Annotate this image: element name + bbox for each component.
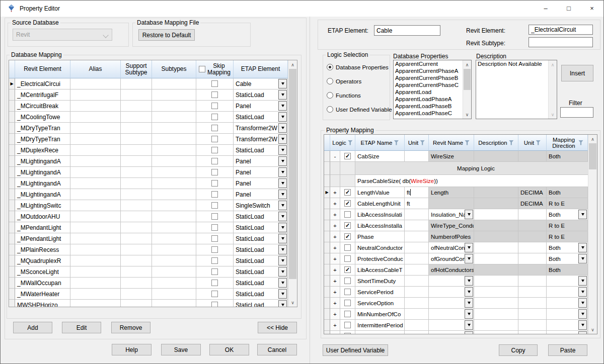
etap-name-cell[interactable] [355, 331, 405, 334]
remove-button[interactable]: Remove [111, 322, 150, 333]
table-row[interactable]: _MCentrifugalFStaticLoad [9, 89, 297, 101]
filter-funnel-icon[interactable] [578, 140, 583, 145]
skip-mapping-checkbox[interactable] [211, 302, 218, 307]
filter-funnel-icon[interactable] [348, 140, 353, 145]
table-row[interactable]: +✓LibAccessCableTofHotConductorsBoth [324, 264, 597, 276]
logic-checkbox[interactable] [344, 211, 351, 218]
table-row[interactable]: _MWallOccupanStaticLoad [9, 278, 297, 289]
column-header-revit-element[interactable]: Revit Element [15, 60, 70, 78]
filter-funnel-icon[interactable] [509, 140, 514, 145]
unit-cell[interactable] [405, 264, 429, 276]
table-row[interactable]: -✓CabSizeWireSizeBoth [324, 151, 597, 162]
logic-checkbox[interactable]: ✓ [344, 222, 351, 229]
revit-name-cell[interactable] [429, 331, 474, 334]
dropdown-button[interactable] [465, 210, 473, 219]
row-expander-cell[interactable]: + [330, 287, 340, 298]
dropdown-button[interactable] [578, 276, 587, 286]
logic-checkbox[interactable] [344, 289, 351, 295]
unit2-cell[interactable] [518, 309, 547, 320]
table-row[interactable]: +IntermittentPeriod [324, 320, 597, 331]
unit2-cell[interactable] [518, 242, 547, 253]
hide-button[interactable]: << Hide [258, 322, 297, 333]
skip-mapping-checkbox[interactable] [211, 235, 218, 242]
revit-name-cell[interactable] [429, 298, 474, 309]
row-expander-cell[interactable]: + [330, 253, 340, 264]
radio-icon[interactable] [327, 92, 333, 99]
etap-name-cell[interactable]: MinNumberOfCo [355, 309, 405, 320]
skip-mapping-checkbox[interactable] [211, 80, 218, 87]
description-scrollbar[interactable]: ∧ ∨ [548, 60, 557, 119]
row-expander-cell[interactable]: + [330, 198, 340, 209]
table-row[interactable]: +ProtectiveConducofGroundConBoth [324, 253, 597, 264]
add-button[interactable]: Add [13, 322, 52, 333]
skip-mapping-checkbox[interactable] [211, 257, 218, 264]
revit-name-cell[interactable]: Insulation_Na [429, 209, 474, 220]
row-expander-cell[interactable]: + [330, 231, 340, 242]
dropdown-button[interactable] [465, 331, 473, 334]
dropdown-button[interactable] [578, 320, 587, 330]
dropdown-button[interactable] [278, 178, 287, 188]
revit-subtype-field[interactable] [528, 37, 593, 47]
dbprops-scrollbar[interactable]: ∧ ∨ [463, 60, 471, 119]
dropdown-button[interactable] [465, 320, 473, 330]
scroll-down-icon[interactable]: ∨ [288, 298, 297, 307]
skip-mapping-checkbox[interactable] [211, 103, 218, 109]
dropdown-button[interactable] [278, 134, 287, 144]
filter-funnel-icon[interactable] [394, 140, 399, 145]
unit2-cell[interactable] [518, 209, 547, 220]
table-row[interactable]: +MinNumberOfCo [324, 309, 597, 320]
etap-name-cell[interactable]: CabSize [355, 151, 405, 162]
table-row[interactable]: _MPendantLightStaticLoad [9, 233, 297, 244]
row-expander-cell[interactable]: + [330, 298, 340, 309]
unit2-cell[interactable] [518, 320, 547, 331]
column-header-subtypes[interactable]: Subtypes [152, 60, 196, 78]
dropdown-button[interactable] [465, 276, 473, 286]
row-expander-cell[interactable]: + [330, 309, 340, 320]
column-header-support-subtype[interactable]: Support Subtype [121, 60, 152, 78]
table-row[interactable]: _MDuplexReceStaticLoad [9, 145, 297, 156]
row-expander-cell[interactable]: + [330, 187, 340, 198]
table-row[interactable]: + [324, 331, 597, 334]
dropdown-button[interactable] [278, 112, 287, 122]
logic-checkbox[interactable]: ✓ [344, 189, 351, 196]
unit-cell[interactable] [405, 253, 429, 264]
table-row[interactable]: _MPlainRecessStaticLoad [9, 244, 297, 255]
logic-checkbox[interactable]: ✓ [344, 200, 351, 207]
filter-funnel-icon[interactable] [465, 140, 470, 145]
restore-default-button[interactable]: Restore to Default [138, 29, 195, 41]
skip-mapping-checkbox[interactable] [211, 92, 218, 98]
dropdown-button[interactable] [278, 289, 287, 299]
insert-button[interactable]: Insert [561, 65, 593, 81]
unit-cell[interactable] [405, 331, 429, 334]
logic-checkbox[interactable] [344, 244, 351, 251]
dropdown-button[interactable] [278, 145, 287, 155]
row-expander-cell[interactable]: + [330, 276, 340, 287]
ok-button[interactable]: OK [209, 344, 249, 355]
dropdown-button[interactable] [278, 79, 287, 88]
dropdown-button[interactable] [578, 331, 587, 334]
user-defined-variable-button[interactable]: User Defined Variable [323, 344, 388, 356]
db-property-item[interactable]: ApparentLoadPhaseC [394, 110, 471, 117]
mapping-direction-cell[interactable] [547, 276, 588, 287]
table-row[interactable]: _MWaterHeaterStaticLoad [9, 289, 297, 300]
skip-mapping-checkbox[interactable] [211, 224, 218, 231]
revit-name-cell[interactable]: ofNeutralCond [429, 242, 474, 253]
mapping-direction-cell[interactable] [547, 298, 588, 309]
skip-mapping-checkbox[interactable] [211, 180, 218, 187]
scroll-up-icon[interactable]: ∧ [549, 60, 557, 69]
skip-mapping-checkbox[interactable] [211, 291, 218, 297]
skip-mapping-checkbox[interactable] [211, 280, 218, 286]
table-row[interactable]: +LibAccessInsulatiInsulation_NaBoth [324, 209, 597, 220]
unit-cell[interactable] [405, 220, 429, 231]
column-header-skip-mapping[interactable]: Skip Mapping [196, 60, 234, 78]
dm-scrollbar-thumb[interactable] [289, 69, 296, 279]
save-button[interactable]: Save [161, 344, 201, 355]
skip-mapping-checkbox[interactable] [211, 246, 218, 253]
unit-cell[interactable] [405, 298, 429, 309]
unit2-cell[interactable] [518, 287, 547, 298]
table-row[interactable]: _MQuadruplexRStaticLoad [9, 255, 297, 266]
radio-icon[interactable] [327, 106, 333, 113]
row-expander-cell[interactable]: + [330, 209, 340, 220]
unit-cell[interactable] [405, 309, 429, 320]
dm-table-scrollbar[interactable]: ∧ ∨ [288, 60, 297, 307]
